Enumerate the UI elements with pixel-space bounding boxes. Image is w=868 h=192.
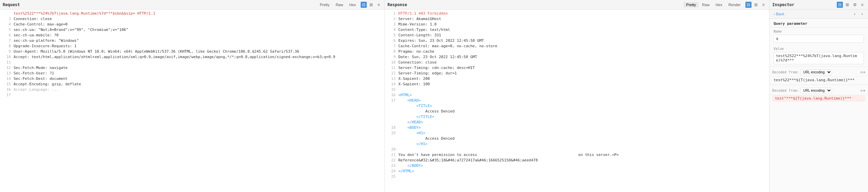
decoded-from-label-2: Decoded from:: [772, 89, 799, 92]
inspector-title: Inspector: [772, 2, 837, 7]
decoded-minus-icon-1[interactable]: ⊖: [861, 70, 863, 74]
response-line-16: 16 <HTML>: [385, 92, 769, 98]
decoded-from-label-1: Decoded from:: [772, 70, 799, 74]
nav-prev-button[interactable]: ‹: [852, 11, 858, 17]
response-line-5: 5 Content-Length: 331: [385, 33, 769, 38]
response-line-2: 2 Server: AkamaiGHost: [385, 16, 769, 22]
tab-request-raw[interactable]: Raw: [333, 2, 346, 7]
response-line-22: 22 Reference&#32;&#35;18&#46;a7272417a&#…: [385, 158, 769, 163]
decoded-encoding-select-1[interactable]: URL encoding: [800, 69, 832, 75]
response-line-20: 20: [385, 147, 769, 152]
request-line-4: 5 sec-ch-ua: "Not;A=Brand";v="99", "Chro…: [0, 27, 384, 33]
request-line-13: 14 Sec-Fetch-Dest: document: [0, 76, 384, 82]
decoded-row-2: Decoded from: URL encoding ⊖ ⊕: [770, 86, 868, 95]
request-line-10: 11: [0, 60, 384, 65]
inspector-icon-settings[interactable]: ⚙: [852, 2, 858, 8]
inspector-icon-menu[interactable]: ≡: [859, 2, 865, 8]
request-tabs: Pretty Raw Hex: [317, 2, 359, 7]
request-line-2: 3 Connection: close: [0, 16, 384, 22]
request-line-12: 13 Sec-Fetch-User: ?1: [0, 71, 384, 76]
response-line-12: 12 Server-Timing: edge; dur=1: [385, 71, 769, 76]
request-panel: Request Pretty Raw Hex ⊟ ⊞ ≡ test%2522**…: [0, 0, 385, 192]
response-tabs: Pretty Raw Hex Render: [684, 2, 743, 7]
request-line-11: 12 Sec-Fetch-Mode: navigate: [0, 65, 384, 71]
request-line-16: 17: [0, 92, 384, 98]
response-line-25: 25: [385, 174, 769, 179]
nav-next-button[interactable]: ›: [859, 11, 865, 17]
response-line-13: 13 X-Sapient: 200: [385, 76, 769, 82]
response-line-1: 1 HTTP/1.1 403 Forbidden: [385, 11, 769, 16]
request-line-7: 8 Upgrade-Insecure-Requests: 1: [0, 43, 384, 49]
tab-response-pretty[interactable]: Pretty: [684, 2, 699, 7]
name-field-label: Name: [770, 28, 868, 34]
response-line-15: 15: [385, 87, 769, 92]
response-line-7: 7 Cache-Control: max-age=0, no-cache, no…: [385, 43, 769, 49]
response-line-11: 11 Server-Timing: cdn-cache; desc=HIT: [385, 65, 769, 71]
response-line-14: 14 X-Sapient: 100: [385, 82, 769, 87]
response-line-17: 17 <HEAD>: [385, 98, 769, 103]
response-line-19: 19 <H1>: [385, 130, 769, 136]
response-line-6: 6 Expires: Sun, 23 Oct 2022 12:45:50 GMT: [385, 38, 769, 43]
response-line-3: 3 Mime-Version: 1.0: [385, 22, 769, 27]
divider-1: [770, 66, 868, 67]
decoded-row-1: Decoded from: URL encoding ⊖ ⊕: [770, 68, 868, 77]
inspector-toolbar: ⊟ ⊞ ⚙ ≡: [837, 2, 865, 8]
decoded-plus-icon-1[interactable]: ⊕: [863, 70, 865, 74]
name-field-value[interactable]: q: [774, 35, 864, 43]
response-line-21: 21 You don't have permission to access o…: [385, 152, 769, 158]
tab-response-render[interactable]: Render: [726, 2, 743, 7]
value-field-label: Value: [770, 45, 868, 51]
inspector-icon-layout[interactable]: ⊞: [844, 2, 850, 8]
request-line-14: 15 Accept-Encoding: gzip, deflate: [0, 82, 384, 87]
decoded-encoding-select-2[interactable]: URL encoding: [800, 88, 832, 93]
inspector-content: Query parameter Name q Value test%2522**…: [770, 19, 868, 192]
response-line-title-open: <TITLE>: [385, 103, 769, 109]
decoded-plus-icon-2[interactable]: ⊕: [863, 89, 865, 92]
response-content: 1 HTTP/1.1 403 Forbidden 2 Server: Akama…: [385, 10, 769, 192]
response-header: Response Pretty Raw Hex Render ⊟ ⊞ ≡: [385, 0, 769, 10]
response-line-8: 8 Pragma: no-cache: [385, 49, 769, 54]
response-icon-menu[interactable]: ≡: [760, 2, 766, 8]
decoded-minus-icon-2[interactable]: ⊖: [861, 89, 863, 92]
inspector-icon-table[interactable]: ⊟: [837, 2, 843, 8]
decoded-value-1: test%22***${T(java.lang.Runtime)}***: [770, 77, 868, 83]
response-icon-list[interactable]: ⊞: [753, 2, 759, 8]
response-line-18: 18 <BODY>: [385, 125, 769, 130]
response-title: Response: [387, 2, 682, 7]
response-line-title-close: </TITLE>: [385, 114, 769, 120]
back-button[interactable]: ‹ Back: [772, 11, 785, 17]
response-line-4: 4 Content-Type: text/html: [385, 27, 769, 33]
request-content: test%2522***%24%7bT(java.lang.Runtime)%7…: [0, 10, 384, 192]
request-icon-grid[interactable]: ⊟: [361, 2, 367, 8]
back-label: Back: [776, 12, 784, 16]
response-line-23: 23 </BODY>: [385, 163, 769, 169]
response-line-24: 24 </HTML>: [385, 169, 769, 174]
inspector-nav: ‹ Back ‹ ›: [770, 10, 868, 19]
divider-2: [770, 85, 868, 85]
inspector-header: Inspector ⊟ ⊞ ⚙ ≡: [770, 0, 868, 10]
response-toolbar: ⊟ ⊞ ≡: [745, 2, 766, 8]
request-line-15: 16 Accept-Language: ...: [0, 87, 384, 92]
response-icon-grid[interactable]: ⊟: [745, 2, 752, 8]
response-line-h1-close: </H1>: [385, 141, 769, 147]
request-icon-menu[interactable]: ≡: [376, 2, 382, 8]
tab-response-hex[interactable]: Hex: [713, 2, 725, 7]
response-line-head-close: </HEAD>: [385, 120, 769, 125]
request-title: Request: [3, 2, 315, 7]
request-line-3: 4 Cache-Control: max-age=0: [0, 22, 384, 27]
decoded-icons-1: ⊖ ⊕: [861, 70, 865, 74]
tab-request-hex[interactable]: Hex: [346, 2, 359, 7]
response-line-9: 9 Date: Sun, 23 Oct 2022 12:45:50 GMT: [385, 54, 769, 60]
response-line-access-denied-1: Access Denied: [385, 109, 769, 114]
request-icon-list[interactable]: ⊞: [368, 2, 374, 8]
value-field-value[interactable]: test%2522***%24%7bT(java.lang.Runtime)%7…: [774, 52, 864, 64]
decoded-icons-2: ⊖ ⊕: [861, 89, 865, 92]
request-header: Request Pretty Raw Hex ⊟ ⊞ ≡: [0, 0, 384, 10]
inspector-panel: Inspector ⊟ ⊞ ⚙ ≡ ‹ Back ‹ › Query param…: [770, 0, 868, 192]
request-line-url: test%2522***%24%7bT(java.lang.Runtime)%7…: [0, 11, 384, 16]
request-line-9: 10 Accept: text/html,application/xhtml+x…: [0, 54, 384, 60]
response-panel: Response Pretty Raw Hex Render ⊟ ⊞ ≡ 1 H…: [385, 0, 770, 192]
tab-response-raw[interactable]: Raw: [699, 2, 712, 7]
tab-request-pretty[interactable]: Pretty: [317, 2, 332, 7]
request-line-6: 7 sec-ch-ua-platform: "Windows": [0, 38, 384, 43]
